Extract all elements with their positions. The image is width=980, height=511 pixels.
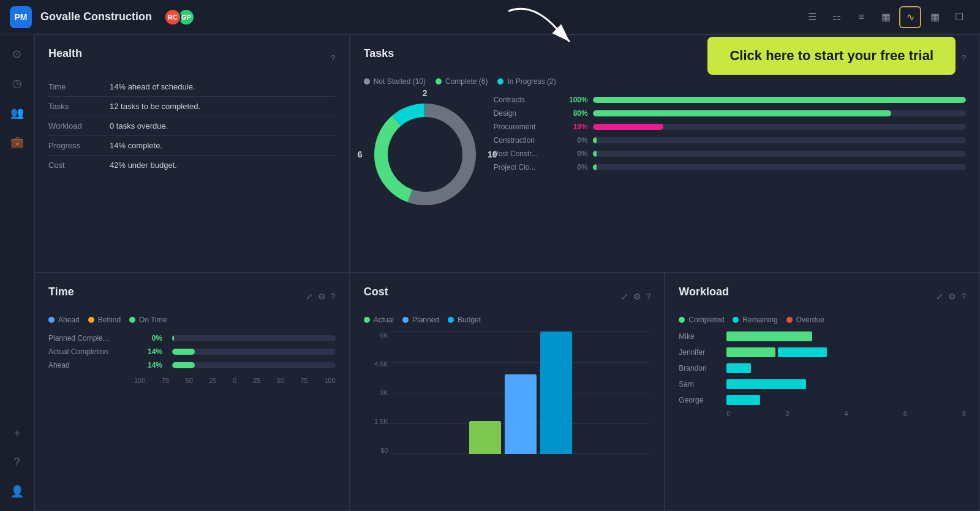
legend-dot-not-started — [364, 78, 370, 85]
health-row-workload: Workload 0 tasks overdue. — [48, 116, 336, 136]
workload-bar-sam-remaining — [726, 379, 806, 389]
time-panel: Time ⤢ ⚙ ? Ahead Behind On Tim — [34, 273, 350, 511]
health-row-time: Time 14% ahead of schedule. — [48, 77, 336, 97]
legend-budget: Budget — [448, 316, 481, 324]
tasks-title: Tasks — [364, 47, 394, 60]
health-value-progress: 14% complete. — [110, 141, 162, 150]
toolbar-list-icon[interactable]: ☰ — [801, 6, 823, 28]
cost-bars — [391, 331, 651, 454]
workload-legend: Completed Remaining Overdue — [679, 316, 966, 324]
sidebar-bottom: ＋ ? 👤 — [5, 420, 29, 504]
app-logo: PM — [10, 6, 32, 28]
task-bar-procurement: Procurement 19% — [494, 123, 966, 131]
sidebar-help-icon[interactable]: ? — [5, 450, 29, 474]
workload-expand-icon[interactable]: ⤢ — [936, 292, 943, 301]
health-value-workload: 0 tasks overdue. — [110, 121, 168, 131]
toolbar-gantt-icon[interactable]: ⚏ — [826, 6, 848, 28]
legend-dot-overdue-wl — [786, 317, 793, 323]
toolbar-analytics-icon[interactable]: ∿ — [899, 6, 921, 28]
main-container: ⊙ ◷ 👥 💼 ＋ ? 👤 Health ? Time 14% ahead of… — [0, 34, 980, 511]
workload-settings-icon[interactable]: ⚙ — [948, 292, 956, 301]
workload-header: Workload ⤢ ⚙ ? — [679, 286, 966, 307]
workload-bar-george-remaining — [726, 395, 760, 405]
cost-legend: Actual Planned Budget — [364, 316, 651, 324]
legend-dot-behind — [88, 317, 94, 323]
workload-bar-jennifer-remaining — [778, 347, 827, 357]
health-title: Health — [48, 47, 82, 60]
tasks-help-icon[interactable]: ? — [961, 53, 966, 63]
legend-dot-completed-wl — [679, 317, 685, 323]
legend-overdue-wl: Overdue — [786, 316, 824, 324]
time-bar-planned: Planned Comple... 0% — [48, 334, 336, 343]
legend-dot-actual — [364, 317, 370, 323]
legend-dot-ahead — [48, 317, 55, 323]
trial-banner[interactable]: Click here to start your free trial — [707, 37, 956, 75]
health-label-cost: Cost — [48, 161, 110, 170]
cost-settings-icon[interactable]: ⚙ — [633, 292, 641, 301]
sidebar-user-icon[interactable]: 👤 — [5, 479, 29, 504]
time-actions: ⤢ ⚙ ? — [306, 292, 336, 301]
time-help-icon[interactable]: ? — [331, 292, 336, 301]
legend-not-started: Not Started (10) — [364, 77, 426, 86]
health-label-progress: Progress — [48, 141, 110, 150]
workload-row-sam: Sam — [679, 379, 966, 389]
health-value-cost: 42% under budget. — [110, 161, 177, 170]
toolbar-doc-icon[interactable]: ☐ — [948, 6, 970, 28]
legend-on-time: On Time — [129, 316, 167, 324]
cost-chart: 6K 4.5K 3K 1.5K $0 — [364, 331, 651, 466]
health-row-progress: Progress 14% complete. — [48, 136, 336, 156]
cost-help-icon[interactable]: ? — [646, 292, 651, 301]
legend-complete: Complete (6) — [435, 77, 488, 86]
legend-dot-complete — [435, 78, 442, 85]
time-expand-icon[interactable]: ⤢ — [306, 292, 313, 301]
sidebar-people-icon[interactable]: 👥 — [5, 100, 29, 125]
legend-completed-wl: Completed — [679, 316, 724, 324]
health-label-workload: Workload — [48, 121, 110, 131]
cost-actions: ⤢ ⚙ ? — [621, 292, 651, 301]
donut-label-left: 6 — [358, 150, 363, 159]
legend-in-progress: In Progress (2) — [497, 77, 556, 86]
workload-title: Workload — [679, 286, 729, 298]
tasks-legend: Not Started (10) Complete (6) In Progres… — [364, 77, 966, 86]
tasks-content: 2 6 10 — [364, 93, 966, 216]
legend-dot-budget — [448, 317, 454, 323]
time-title: Time — [48, 286, 74, 298]
workload-help-icon[interactable]: ? — [961, 292, 966, 301]
time-header: Time ⤢ ⚙ ? — [48, 286, 336, 307]
sidebar-add-icon[interactable]: ＋ — [5, 420, 29, 445]
health-value-time: 14% ahead of schedule. — [110, 82, 195, 91]
sidebar-portfolio-icon[interactable]: 💼 — [5, 130, 29, 154]
legend-dot-on-time — [129, 317, 135, 323]
time-settings-icon[interactable]: ⚙ — [318, 292, 326, 301]
cost-expand-icon[interactable]: ⤢ — [621, 292, 628, 301]
toolbar-grid-icon[interactable]: ▦ — [875, 6, 897, 28]
legend-dot-in-progress — [497, 78, 503, 85]
task-bar-contracts: Contracts 100% — [494, 96, 966, 104]
legend-dot-planned — [402, 317, 409, 323]
avatar-rc[interactable]: RC — [164, 9, 181, 26]
legend-dot-remaining-wl — [733, 317, 739, 323]
donut-label-right: 10 — [488, 150, 497, 159]
health-label-time: Time — [48, 82, 110, 91]
sidebar-time-icon[interactable]: ◷ — [5, 71, 29, 96]
toolbar-filter-icon[interactable]: ≡ — [850, 6, 872, 28]
workload-row-brandon: Brandon — [679, 363, 966, 373]
workload-x-axis: 0 2 4 6 8 — [679, 410, 966, 417]
donut-label-top: 2 — [423, 88, 428, 98]
health-table: Time 14% ahead of schedule. Tasks 12 tas… — [48, 77, 336, 175]
workload-actions: ⤢ ⚙ ? — [936, 292, 966, 301]
workload-panel: Workload ⤢ ⚙ ? Completed Remaining — [665, 273, 980, 511]
health-row-tasks: Tasks 12 tasks to be completed. — [48, 97, 336, 116]
time-x-axis: 100 75 50 25 0 25 50 75 100 — [48, 377, 336, 384]
cost-title: Cost — [364, 286, 388, 298]
health-help-icon[interactable]: ? — [331, 53, 336, 63]
workload-row-jennifer: Jennifer — [679, 347, 966, 357]
legend-planned: Planned — [402, 316, 439, 324]
toolbar-calendar-icon[interactable]: ▦ — [924, 6, 946, 28]
time-bar-actual: Actual Completion 14% — [48, 347, 336, 356]
page-title: Govalle Construction — [40, 10, 152, 23]
workload-bar-mike-completed — [726, 331, 812, 341]
topbar: PM Govalle Construction RC GP ☰ ⚏ ≡ ▦ ∿ … — [0, 0, 980, 34]
sidebar-home-icon[interactable]: ⊙ — [5, 42, 29, 66]
tasks-bars: Contracts 100% Design 80% — [494, 93, 966, 216]
